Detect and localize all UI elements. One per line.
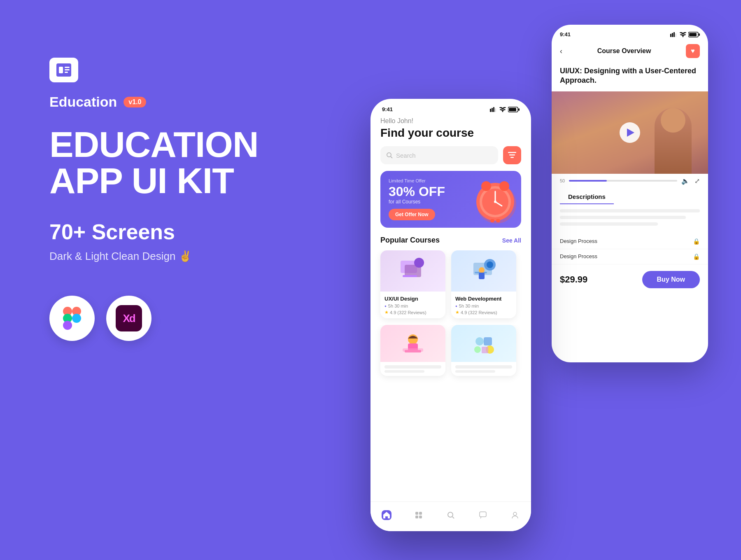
search-row: Search [370, 146, 531, 171]
status-icons-front [490, 107, 520, 112]
main-heading: Find your course [370, 126, 531, 146]
search-box[interactable]: Search [380, 146, 498, 164]
svg-point-23 [502, 111, 503, 112]
placeholder-line [455, 370, 495, 373]
progress-fill [569, 180, 607, 182]
svg-rect-61 [482, 347, 488, 353]
placeholder-line [455, 365, 512, 369]
placeholder-line [384, 365, 441, 369]
status-time-back: 9:41 [560, 31, 571, 37]
course-card-uxui[interactable]: UX/UI Design ● 5h 30 min ★ 4.9 (322 Revi… [380, 250, 445, 318]
play-button[interactable] [620, 122, 640, 143]
phone-front: 9:41 Hello John! Find your course Search [370, 99, 531, 531]
svg-rect-29 [508, 152, 516, 153]
fullscreen-icon[interactable]: ⤢ [694, 177, 700, 185]
svg-rect-31 [510, 157, 514, 158]
status-bar-back: 9:41 [552, 25, 708, 41]
course-card-img-webdev [451, 250, 516, 292]
course-card-info-uxui: UX/UI Design ● 5h 30 min ★ 4.9 (322 Revi… [380, 292, 445, 318]
svg-rect-4 [65, 72, 68, 73]
svg-rect-41 [490, 219, 494, 222]
star-icon: ★ [384, 310, 389, 315]
grid-icon [414, 510, 424, 520]
promo-banner: Limited Time Offer 30% OFF for all Cours… [380, 171, 521, 228]
svg-rect-20 [492, 108, 493, 112]
filter-button[interactable] [503, 146, 521, 164]
nav-item-search[interactable] [446, 510, 456, 520]
course-overview-header: ‹ Course Overview ♥ [552, 41, 708, 63]
subtitle: Dark & Light Clean Design ✌ [49, 250, 263, 263]
svg-rect-21 [493, 107, 494, 112]
tool-icons: Xd [49, 296, 263, 341]
course-card-img-extra1 [380, 325, 445, 362]
svg-point-66 [448, 512, 453, 517]
promo-button[interactable]: Get Offer Now [389, 209, 435, 220]
promo-description: for all Courses [389, 199, 445, 205]
volume-icon[interactable]: 🔈 [681, 177, 690, 185]
svg-point-40 [499, 181, 509, 191]
bottom-nav [370, 502, 531, 531]
svg-rect-11 [670, 34, 671, 37]
course-card-extra1[interactable] [380, 325, 445, 376]
version-badge: v1.0 [124, 97, 146, 107]
search-icon [386, 152, 393, 159]
svg-point-57 [475, 337, 484, 345]
nav-item-profile[interactable] [510, 510, 520, 520]
course-name-uxui: UX/UI Design [384, 296, 441, 302]
progress-bar[interactable] [569, 180, 677, 182]
see-all-button[interactable]: See All [502, 237, 521, 244]
brand-row: Education v1.0 [49, 94, 263, 110]
svg-rect-52 [479, 273, 485, 279]
logo-icon [49, 58, 78, 82]
svg-rect-14 [675, 33, 676, 37]
back-arrow[interactable]: ‹ [560, 47, 562, 56]
courses-row-2 [370, 325, 531, 383]
promo-percent: 30% OFF [389, 185, 445, 198]
buy-button[interactable]: Buy Now [642, 271, 700, 288]
svg-point-45 [414, 258, 424, 268]
svg-rect-30 [509, 154, 515, 156]
svg-rect-13 [673, 32, 675, 37]
svg-rect-68 [480, 512, 486, 517]
promo-offer-label: Limited Time Offer [389, 178, 445, 183]
course-overview-title: Course Overview [597, 47, 651, 55]
svg-rect-58 [484, 337, 492, 345]
svg-point-15 [683, 36, 684, 37]
user-icon [510, 510, 520, 520]
home-icon [382, 510, 391, 520]
course-card-img-uxui [380, 250, 445, 292]
descriptions-tab[interactable]: Descriptions [560, 190, 614, 204]
svg-point-49 [487, 261, 493, 268]
course-title-back: UI/UX: Designing with a User-Centered Ap… [552, 63, 708, 91]
desc-line [560, 222, 658, 226]
course-rating-uxui: ★ 4.9 (322 Reviews) [384, 310, 441, 315]
svg-rect-46 [403, 275, 417, 277]
clock-illustration [466, 171, 521, 226]
course-name-webdev: Web Development [455, 296, 512, 302]
description-content [552, 204, 708, 234]
svg-rect-25 [509, 108, 516, 111]
brand-name: Education [49, 94, 117, 110]
duration-dot: ● [455, 304, 457, 308]
desc-line [560, 209, 700, 212]
course-rating-webdev: ★ 4.9 (322 Reviews) [455, 310, 512, 315]
figma-tool-icon [49, 296, 95, 341]
video-thumbnail [552, 91, 708, 174]
svg-line-28 [391, 156, 392, 158]
svg-rect-64 [415, 516, 418, 518]
course-card-webdev[interactable]: Web Development ● 5h 30 min ★ 4.9 (322 R… [451, 250, 516, 318]
status-time-front: 9:41 [382, 106, 393, 112]
svg-rect-42 [496, 219, 500, 222]
nav-item-home[interactable] [382, 510, 391, 520]
course-card-info-webdev: Web Development ● 5h 30 min ★ 4.9 (322 R… [451, 292, 516, 318]
nav-item-grid[interactable] [414, 510, 424, 520]
course-card-extra2[interactable] [451, 325, 516, 376]
svg-rect-3 [65, 69, 70, 70]
nav-item-chat[interactable] [478, 510, 488, 520]
svg-rect-63 [419, 512, 422, 515]
phones-container: 9:41 ‹ Course Overview ♥ UI/UX: Designin… [370, 25, 708, 539]
xd-icon: Xd [116, 305, 142, 331]
heart-button[interactable]: ♥ [686, 44, 700, 58]
svg-point-51 [479, 267, 485, 273]
desc-line [560, 216, 686, 219]
